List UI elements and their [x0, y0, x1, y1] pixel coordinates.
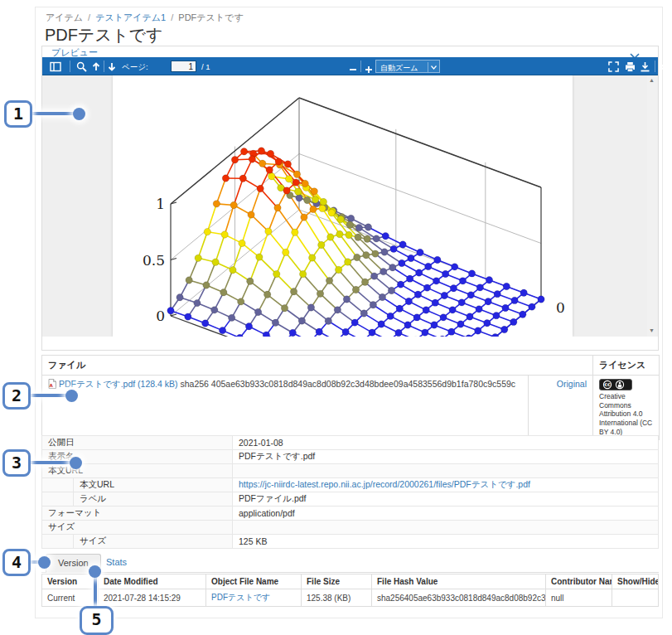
file-download-link[interactable]: PDFテストです.pdf (128.4 kB) [59, 379, 178, 389]
metadata-value: 2021-01-08 [233, 436, 659, 450]
object-file-name-link[interactable]: PDFテストです [211, 593, 270, 602]
breadcrumb-items: アイテム [46, 12, 83, 22]
scroll-up-icon[interactable]: ▲ [649, 77, 655, 83]
callout-1-dot [73, 108, 85, 120]
callout-1-line [32, 112, 79, 115]
column-header: Version [42, 574, 99, 589]
secondary-toolbar-icon[interactable] [659, 61, 669, 75]
license-cell: cc Creative Commons Attribution 4.0 Inte… [593, 376, 660, 440]
metadata-value: PDFテストです.pdf [233, 450, 659, 464]
toolbar-divider [70, 61, 70, 72]
zoom-select-value: 自動ズーム [380, 63, 418, 74]
callout-5-dot [89, 565, 101, 578]
metadata-indent-spacer [42, 478, 74, 492]
column-header: Contributor Name [546, 574, 612, 589]
vertical-scrollbar[interactable]: ▲ ▼ [647, 75, 657, 337]
callout-3-line [31, 461, 75, 464]
date-modified-cell: 2021-07-28 14:15:29 [99, 589, 206, 607]
file-hash: sha256 405ae63b933c0818d849ac8d08b92c3d4… [180, 379, 515, 389]
metadata-indent-spacer [42, 535, 74, 549]
breadcrumb-current: PDFテストです [178, 12, 243, 22]
page-number-input[interactable] [171, 61, 196, 72]
metadata-label: フォーマット [42, 507, 233, 521]
column-header: File Size [302, 574, 372, 589]
svg-text:1: 1 [156, 196, 165, 212]
metadata-indent-spacer [42, 492, 74, 507]
tab-stats[interactable]: Stats [106, 557, 127, 567]
callout-3-dot [70, 457, 82, 469]
metadata-sublabel: 本文URL [74, 478, 233, 492]
toolbar-divider [360, 61, 361, 72]
pdf-3d-plot: 00.510 [42, 75, 658, 337]
search-icon[interactable] [76, 61, 87, 75]
callout-4-dot [38, 556, 51, 569]
screenshot-stage: アイテム / テストアイテム1 / PDFテストです PDFテストです プレビュ… [0, 0, 672, 635]
svg-text:cc: cc [604, 381, 611, 388]
column-header: Show/Hide [612, 574, 659, 589]
metadata-sublabel: サイズ [74, 535, 233, 549]
version-cell: Current [42, 589, 99, 607]
table-row: サイズ [42, 521, 659, 535]
detail-tabs: Version Stats [41, 554, 659, 573]
svg-text:0.5: 0.5 [143, 252, 165, 269]
table-row: ラベル PDFファイル.pdf [42, 492, 659, 507]
license-text: Creative Commons Attribution 4.0 Interna… [599, 392, 652, 436]
page-up-icon[interactable] [91, 61, 101, 75]
svg-text:0: 0 [156, 308, 165, 324]
file-size-cell: 125.38 (KB) [302, 589, 372, 607]
metadata-label: 公開日 [42, 436, 233, 450]
version-table-header-row: Version Date Modified Object File Name F… [42, 574, 659, 589]
page-down-icon[interactable] [107, 61, 117, 75]
contributor-cell: null [546, 589, 612, 607]
toolbar-divider [104, 61, 104, 72]
table-row: 公開日 2021-01-08 [42, 436, 659, 450]
file-table-header: ファイル [42, 356, 593, 376]
caret-down-icon [431, 65, 437, 70]
license-header: ライセンス [593, 356, 660, 376]
file-cell: A PDFテストです.pdf (128.4 kB) sha256 405ae63… [42, 376, 529, 440]
scroll-down-icon[interactable]: ▼ [649, 327, 655, 333]
zoom-select-divider [428, 62, 428, 72]
preview-panel-header: プレビュー [42, 46, 658, 57]
breadcrumb-separator: / [85, 12, 93, 22]
metadata-value [233, 521, 659, 535]
callout-2-marker: 2 [2, 382, 31, 410]
presentation-mode-icon[interactable] [608, 61, 619, 75]
breadcrumb: アイテム / テストアイテム1 / PDFテストです [46, 12, 244, 24]
pdf-file-icon: A [48, 379, 56, 389]
metadata-value [233, 464, 659, 478]
zoom-select[interactable]: 自動ズーム [375, 60, 440, 73]
table-row: 本文URL https://jc-niirdc-latest.repo.nii.… [42, 478, 659, 492]
file-table: ファイル ライセンス A PDFテストです.pdf (128.4 kB) sha… [41, 355, 660, 440]
download-icon[interactable] [640, 61, 650, 75]
callout-4-marker: 4 [2, 549, 31, 576]
callout-3-marker: 3 [2, 449, 31, 477]
column-header: Date Modified [99, 574, 206, 589]
table-row: 本文URL [42, 464, 659, 478]
svg-text:A: A [50, 383, 54, 388]
table-row: フォーマット application/pdf [42, 507, 659, 521]
cc-by-badge-icon[interactable]: cc [599, 379, 632, 390]
breadcrumb-test-item-link[interactable]: テストアイテム1 [95, 12, 166, 22]
pdf-viewer: 00.510 ▲ ▼ [42, 75, 658, 337]
print-icon[interactable] [625, 61, 636, 75]
file-hash-cell: sha256405ae63b933c0818d849ac8d08b92c3d48… [372, 589, 546, 607]
page-total-label: / 1 [201, 62, 210, 71]
page-title: PDFテストです [45, 24, 162, 46]
metadata-value: PDFファイル.pdf [233, 492, 659, 507]
sidebar-toggle-icon[interactable] [50, 61, 61, 75]
original-link[interactable]: Original [557, 379, 587, 389]
show-hide-cell [612, 589, 659, 607]
callout-1-marker: 1 [4, 100, 32, 128]
metadata-value: application/pdf [233, 507, 659, 521]
callout-5-marker: 5 [80, 606, 114, 635]
page-number-label: ページ: [122, 62, 148, 73]
column-header: File Hash Value [372, 574, 546, 589]
metadata-sublabel: ラベル [74, 492, 233, 507]
pdf-toolbar: ページ: / 1 自動ズーム [42, 57, 658, 75]
breadcrumb-separator: / [168, 12, 176, 22]
fulltext-url-link[interactable]: https://jc-niirdc-latest.repo.nii.ac.jp/… [239, 479, 530, 489]
svg-text:0: 0 [556, 299, 565, 316]
table-row: サイズ 125 KB [42, 535, 659, 549]
toolbar-divider [655, 61, 655, 72]
